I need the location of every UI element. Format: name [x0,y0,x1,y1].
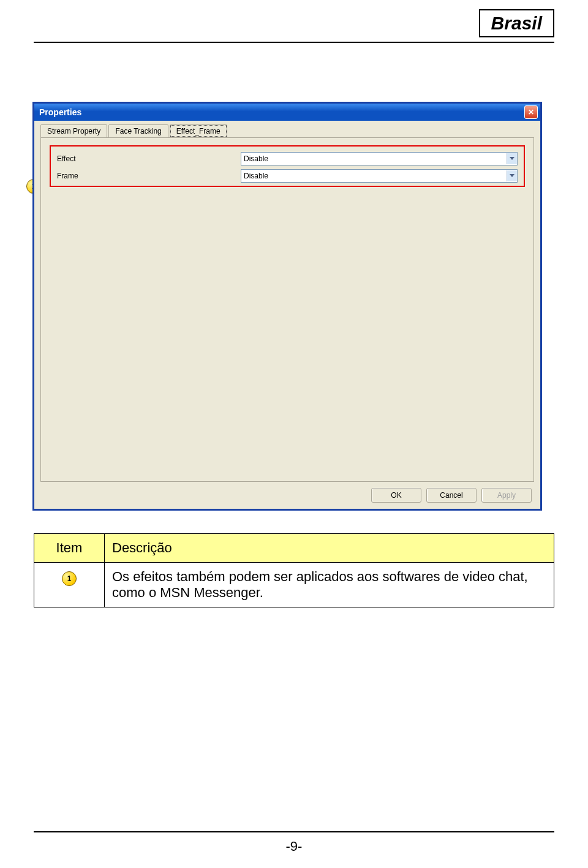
frame-row: Frame Disable [57,169,518,183]
footer-rule [34,831,554,832]
description-table: Item Descrição 1 Os efeitos também podem… [34,533,554,607]
effect-combo[interactable]: Disable [241,152,518,166]
table-row: 1 Os efeitos também podem ser aplicados … [34,563,554,607]
apply-button[interactable]: Apply [481,488,532,503]
highlighted-settings: Effect Disable Frame Disable [50,145,525,187]
properties-dialog: Properties ✕ Stream Property Face Tracki… [32,102,542,511]
table-cell-badge: 1 [34,563,105,607]
page-number: -9- [0,839,588,855]
close-button[interactable]: ✕ [524,105,538,119]
ok-button[interactable]: OK [371,488,421,503]
dialog-button-row: OK Cancel Apply [371,488,532,503]
cancel-button[interactable]: Cancel [426,488,477,503]
tab-panel: Effect Disable Frame Disable [40,137,534,482]
frame-combo-button[interactable] [507,170,517,181]
effect-combo-button[interactable] [507,153,517,164]
header-rule [34,42,554,43]
dialog-body: Stream Property Face Tracking Effect_Fra… [34,121,540,509]
effect-row: Effect Disable [57,151,518,166]
svg-marker-1 [510,174,514,177]
effect-value: Disable [244,154,268,163]
effect-label: Effect [57,154,241,163]
titlebar: Properties ✕ [34,104,540,121]
row-badge-1: 1 [62,571,77,586]
chevron-down-icon [510,157,514,161]
frame-label: Frame [57,172,241,180]
close-icon: ✕ [528,108,534,116]
tab-face-tracking[interactable]: Face Tracking [108,124,168,137]
tab-strip: Stream Property Face Tracking Effect_Fra… [34,121,540,137]
frame-combo[interactable]: Disable [241,169,518,183]
tab-stream-property[interactable]: Stream Property [40,124,107,137]
dialog-title: Properties [39,107,81,117]
svg-marker-0 [510,157,514,160]
table-cell-desc: Os efeitos também podem ser aplicados ao… [105,563,554,607]
table-head-item: Item [34,534,105,563]
frame-value: Disable [244,172,268,180]
chevron-down-icon [510,174,514,178]
tab-effect-frame[interactable]: Effect_Frame [170,124,227,137]
table-head-desc: Descrição [105,534,554,563]
region-label: Brasil [479,9,554,37]
